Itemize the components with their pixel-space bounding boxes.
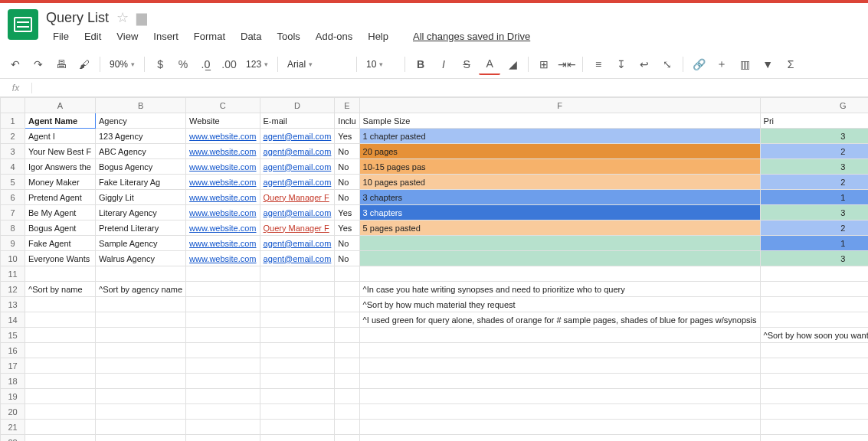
zoom-select[interactable]: 90%▾ [105,59,139,70]
cell[interactable]: Pretend Agent [25,190,96,205]
cell[interactable] [260,404,335,420]
header-cell[interactable]: Sample Size [359,113,760,129]
cell[interactable] [186,297,260,312]
cell[interactable] [359,358,760,374]
cell[interactable]: Literary Agency [96,205,186,220]
cell[interactable] [25,266,96,282]
cell[interactable]: 1 chapter pasted [359,129,760,144]
cell[interactable] [25,420,96,435]
cell[interactable] [96,297,186,312]
row-header[interactable]: 5 [1,175,25,190]
cell[interactable]: www.website.com [186,236,260,251]
cell[interactable]: 3 [760,159,868,175]
cell[interactable]: www.website.com [186,129,260,144]
row-header[interactable]: 21 [1,420,25,435]
row-header[interactable]: 11 [1,266,25,282]
grid[interactable]: ABCDEFGHIJKLMNOP1Agent NameAgencyWebsite… [0,97,868,441]
link-icon[interactable]: 🔗 [688,54,709,75]
undo-icon[interactable]: ↶ [5,54,26,75]
star-icon[interactable]: ☆ [116,9,129,26]
cell[interactable] [186,266,260,282]
menu-help[interactable]: Help [361,28,395,45]
cell[interactable] [186,404,260,420]
row-header[interactable]: 15 [1,328,25,343]
cell[interactable] [186,420,260,435]
cell[interactable]: ^Sort by how soon you want to query them [760,328,868,343]
cell[interactable] [359,374,760,389]
menu-addons[interactable]: Add-ons [309,28,359,45]
cell[interactable]: Giggly Lit [96,190,186,205]
cell[interactable] [96,312,186,328]
header-cell[interactable]: Agent Name [25,113,96,129]
cell[interactable]: www.website.com [186,220,260,236]
cell[interactable] [335,358,359,374]
borders-icon[interactable]: ⊞ [533,54,555,75]
font-select[interactable]: Arial▾ [283,59,352,70]
cell[interactable]: agent@email.com [260,129,335,144]
cell[interactable]: No [335,236,359,251]
cell[interactable]: Everyone Wants [25,251,96,266]
row-header[interactable]: 6 [1,190,25,205]
doc-title[interactable]: Query List [46,10,109,26]
row-header[interactable]: 2 [1,129,25,144]
cell[interactable] [25,404,96,420]
cell[interactable]: agent@email.com [260,251,335,266]
h-align-icon[interactable]: ≡ [588,54,609,75]
cell[interactable]: 20 pages [359,144,760,159]
row-header[interactable]: 22 [1,435,25,442]
chart-icon[interactable]: ▥ [734,54,755,75]
cell[interactable]: Bogus Agent [25,220,96,236]
cell[interactable]: No [335,251,359,266]
row-header[interactable]: 16 [1,343,25,358]
cell[interactable] [359,404,760,420]
header-cell[interactable]: E-mail [260,113,335,129]
cell[interactable]: Bogus Agency [96,159,186,175]
cell[interactable]: agent@email.com [260,175,335,190]
cell[interactable] [359,389,760,404]
cell[interactable]: Yes [335,205,359,220]
cell[interactable]: Be My Agent [25,205,96,220]
text-color-icon[interactable]: A [479,54,500,75]
cell[interactable] [760,374,868,389]
cell[interactable]: Fake Literary Ag [96,175,186,190]
row-header[interactable]: 14 [1,312,25,328]
cell[interactable] [335,266,359,282]
font-size-select[interactable]: 10▾ [362,59,400,70]
row-header[interactable]: 12 [1,282,25,297]
print-icon[interactable]: 🖶 [51,54,72,75]
paint-format-icon[interactable]: 🖌 [74,54,95,75]
cell[interactable]: ^I used green for query alone, shades of… [359,312,760,328]
v-align-icon[interactable]: ↧ [611,54,632,75]
row-header[interactable]: 18 [1,374,25,389]
cell[interactable]: ^Sort by name [25,282,96,297]
increase-decimal-icon[interactable]: .00 [218,54,240,75]
cell[interactable]: Your New Best F [25,144,96,159]
cell[interactable] [260,312,335,328]
cell[interactable]: Agent I [25,129,96,144]
italic-icon[interactable]: I [433,54,454,75]
cell[interactable]: ^Sort by how much material they request [359,297,760,312]
cell[interactable]: Walrus Agency [96,251,186,266]
cell[interactable] [359,236,760,251]
cell[interactable] [760,282,868,297]
header-cell[interactable]: Website [186,113,260,129]
cell[interactable]: 2 [760,144,868,159]
cell[interactable] [260,358,335,374]
cell[interactable] [96,404,186,420]
cell[interactable]: Igor Answers the [25,159,96,175]
cell[interactable]: www.website.com [186,159,260,175]
cell[interactable] [25,389,96,404]
cell[interactable]: 10-15 pages pas [359,159,760,175]
cell[interactable]: 3 [760,251,868,266]
menu-data[interactable]: Data [234,28,268,45]
col-header-G[interactable]: G [760,98,868,113]
folder-icon[interactable]: ▆ [136,9,147,26]
cell[interactable]: agent@email.com [260,159,335,175]
col-header-C[interactable]: C [186,98,260,113]
cell[interactable]: No [335,190,359,205]
number-format-select[interactable]: 123▾ [241,59,273,70]
cell[interactable] [186,328,260,343]
cell[interactable]: 5 pages pasted [359,220,760,236]
cell[interactable]: No [335,159,359,175]
cell[interactable]: www.website.com [186,205,260,220]
